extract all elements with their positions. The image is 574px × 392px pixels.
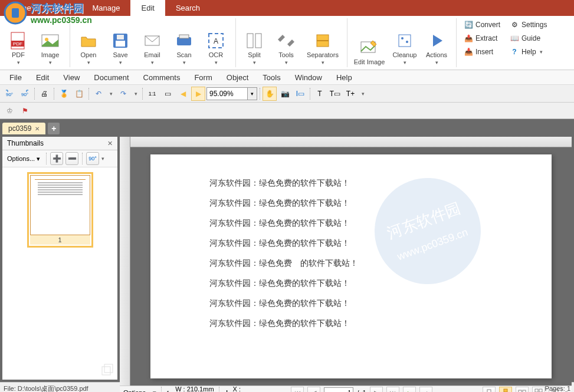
rotate-thumb-dropdown[interactable]: ▾	[101, 156, 104, 162]
ribbon-tools-button[interactable]: Tools ▾	[271, 18, 301, 68]
zoom-in-thumb-button[interactable]: ➕	[50, 152, 63, 165]
ribbon-insert-button[interactable]: 📥Insert	[460, 45, 504, 58]
snapshot-button[interactable]: 📷	[278, 87, 292, 101]
tab-manage[interactable]: Manage	[82, 0, 131, 16]
copy-button[interactable]: 📋	[72, 87, 86, 101]
text-tool-button[interactable]: T	[313, 87, 327, 101]
grid-view-button[interactable]	[532, 387, 545, 392]
ribbon-help-button[interactable]: ?Help ▾	[506, 45, 550, 58]
x-label: X :	[233, 386, 241, 392]
tab-home[interactable]: Home	[0, 0, 42, 16]
text-box-button[interactable]: T▭	[328, 87, 342, 101]
prev-page-button[interactable]: ◀	[307, 387, 320, 392]
ribbon-pdf-button[interactable]: PDF PDF ▾	[4, 18, 33, 68]
zoom-out-icon: ➖	[68, 154, 77, 163]
add-tab-button[interactable]: +	[48, 123, 60, 134]
prev-page-tb-button[interactable]: ◀	[176, 87, 190, 101]
ribbon-open-button[interactable]: Open ▾	[74, 18, 103, 68]
menu-help[interactable]: Help	[330, 71, 358, 84]
tab-inbox[interactable]: Inbox	[42, 0, 82, 16]
thumbnails-close-button[interactable]: ✕	[107, 140, 113, 147]
document-tabs: pc0359 ✕ +	[0, 119, 574, 134]
next-page-tb-button[interactable]: ▶	[191, 87, 205, 101]
tab-edit[interactable]: Edit	[130, 0, 165, 16]
width-label: W :	[175, 386, 185, 392]
menu-tools[interactable]: Tools	[257, 71, 286, 84]
image-icon	[41, 31, 60, 50]
redo-button[interactable]: ↷	[116, 87, 130, 101]
ribbon-split-button[interactable]: Split ▾	[240, 18, 269, 68]
document-canvas[interactable]: 河东软件园www.pc0359.cn 河东软件园：绿色免费的软件下载站！河东软件…	[130, 147, 572, 386]
nav-back-button[interactable]: ⬅	[403, 387, 416, 392]
nav-forward-button[interactable]: ➡	[419, 387, 432, 392]
zoom-dropdown[interactable]: ▾	[248, 87, 257, 100]
svg-rect-14	[255, 34, 261, 48]
crown-tool-button[interactable]: ♔	[2, 104, 17, 118]
single-page-view-button[interactable]	[483, 387, 496, 392]
document-tab[interactable]: pc0359 ✕	[2, 123, 45, 134]
rotate-thumb-button[interactable]: 90°	[86, 152, 99, 165]
thumbnail-item[interactable]: 1	[27, 172, 93, 248]
undo-button[interactable]: ↶	[91, 87, 106, 101]
save-icon	[111, 31, 130, 50]
continuous-view-button[interactable]	[499, 387, 512, 392]
ribbon-ocr-button[interactable]: A OCR ▾	[201, 18, 231, 68]
hand-tool-button[interactable]: ✋	[263, 87, 277, 101]
ribbon-image-button[interactable]: Image ▾	[35, 18, 65, 68]
menu-edit[interactable]: Edit	[30, 71, 55, 84]
thumbnails-options-dropdown[interactable]: Options... ▾	[5, 154, 42, 164]
first-page-button[interactable]: ⏮	[291, 387, 304, 392]
svg-rect-24	[102, 367, 110, 375]
document-text-line: 河东软件园：绿色免费的软件下载站！	[209, 298, 540, 309]
next-page-button[interactable]: ▶	[370, 387, 383, 392]
menu-document[interactable]: Document	[88, 71, 135, 84]
caret-icon: ▾	[151, 60, 154, 65]
ribbon-actions-button[interactable]: Actions ▾	[422, 18, 451, 68]
menu-window[interactable]: Window	[289, 71, 328, 84]
close-tab-button[interactable]: ✕	[35, 126, 40, 132]
print-button[interactable]: 🖨	[37, 87, 51, 101]
svg-rect-10	[179, 35, 189, 38]
rotate-cw-button[interactable]: 90°	[2, 87, 17, 101]
split-icon	[245, 31, 264, 50]
rotate-ccw-button[interactable]: 90°	[18, 87, 32, 101]
svg-text:90°: 90°	[21, 92, 28, 97]
ribbon-email-button[interactable]: Email ▾	[137, 18, 167, 68]
fit-actual-button[interactable]: 1:1	[145, 87, 159, 101]
ribbon-convert-button[interactable]: 🔄Convert	[460, 18, 504, 31]
ribbon-cleanup-button[interactable]: Cleanup ▾	[390, 18, 419, 68]
undo-dropdown[interactable]: ▾	[107, 87, 115, 101]
menu-object[interactable]: Object	[221, 71, 255, 84]
add-text-button[interactable]: T+	[343, 87, 357, 101]
ribbon-guide-button[interactable]: 📖Guide	[506, 32, 550, 45]
ribbon-save-label: Save	[113, 51, 127, 58]
fit-page-button[interactable]: ▭	[160, 87, 175, 101]
ribbon-scan-button[interactable]: Scan ▾	[169, 18, 199, 68]
menu-file[interactable]: File	[4, 71, 28, 84]
zoom-input[interactable]	[206, 87, 248, 100]
text-select-button[interactable]: I▭	[293, 87, 307, 101]
ribbon-save-button[interactable]: Save ▾	[106, 18, 135, 68]
ribbon-separators-label: Separators	[307, 51, 339, 58]
last-page-button[interactable]: ⏭	[386, 387, 399, 392]
ribbon-separators-button[interactable]: Separators ▾	[303, 18, 342, 68]
add-text-dropdown[interactable]: ▾	[359, 87, 367, 101]
flag-tool-button[interactable]: ⚑	[18, 104, 32, 118]
doc-options-dropdown[interactable]: Options... ▾	[123, 389, 156, 393]
page-number-input[interactable]	[324, 387, 353, 392]
crown-icon: ♔	[6, 107, 13, 115]
zoom-out-thumb-button[interactable]: ➖	[65, 152, 78, 165]
certificate-button[interactable]: 🏅	[57, 87, 71, 101]
ribbon-pdf-label: PDF	[12, 51, 25, 58]
menu-view[interactable]: View	[57, 71, 86, 84]
text-tool-icon: T	[317, 90, 322, 98]
ribbon-settings-button[interactable]: ⚙Settings	[506, 18, 550, 31]
two-page-view-button[interactable]	[516, 387, 529, 392]
ribbon-extract-button[interactable]: 📤Extract	[460, 32, 504, 45]
tab-search[interactable]: Search	[165, 0, 211, 16]
redo-dropdown[interactable]: ▾	[132, 87, 140, 101]
ribbon-edit-image-button[interactable]: Edit Image	[351, 18, 388, 68]
menu-form[interactable]: Form	[188, 71, 218, 84]
copy-icon: 📋	[75, 90, 84, 98]
menu-comments[interactable]: Comments	[137, 71, 186, 84]
